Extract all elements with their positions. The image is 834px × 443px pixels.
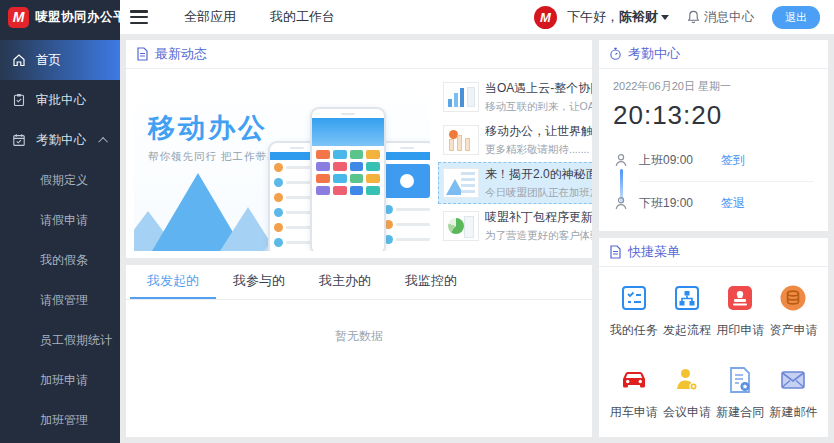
news-item[interactable]: 唛盟补丁包程序更新 为了营造更好的客户体验，唛 <box>438 205 592 247</box>
attendance-body: 2022年06月20日 星期一 20:13:20 上班09:00 签到 下班19… <box>599 69 828 228</box>
checkin-link[interactable]: 签到 <box>721 152 745 169</box>
sidebar-subitem-overtime-manage[interactable]: 加班管理 <box>0 400 120 440</box>
checkout-link[interactable]: 签退 <box>721 195 745 212</box>
tasks-tabs: 我发起的 我参与的 我主办的 我监控的 <box>126 265 592 300</box>
tab-monitored-by-me[interactable]: 我监控的 <box>388 265 474 299</box>
sidebar-item-label: 审批中心 <box>36 92 86 109</box>
sidebar-item-home[interactable]: 首页 <box>0 40 120 80</box>
latest-news-header: 最新动态 <box>126 40 592 69</box>
checkout-label: 下班19:00 <box>639 195 711 212</box>
sidebar-subitem-holiday-def[interactable]: 假期定义 <box>0 160 120 200</box>
app-title: 唛盟协同办公平台 <box>35 9 139 26</box>
quick-item-label: 新建合同 <box>716 404 764 421</box>
quick-menu-grid: 我的任务 发起流程 用印申请 资产申请 <box>599 267 828 437</box>
nav-all-apps[interactable]: 全部应用 <box>184 8 236 26</box>
quick-item-asset-request[interactable]: 资产申请 <box>767 283 820 339</box>
asset-icon <box>778 283 808 313</box>
document-icon <box>136 47 149 61</box>
news-desc: 移动互联的到来，让OA与云 <box>485 100 592 114</box>
stopwatch-icon <box>609 47 622 61</box>
quick-item-new-mail[interactable]: 新建邮件 <box>767 365 820 421</box>
news-desc: 今日唛盟团队正在加班加点， <box>485 186 592 200</box>
quick-item-meeting-request[interactable]: 会议申请 <box>660 365 713 421</box>
tab-initiated-by-me[interactable]: 我发起的 <box>130 265 216 299</box>
username: 陈裕财 <box>619 9 658 24</box>
news-item-selected[interactable]: 来！揭开2.0的神秘面纱~ 今日唛盟团队正在加班加点， <box>438 162 592 204</box>
nav-my-workspace[interactable]: 我的工作台 <box>270 8 335 26</box>
attendance-date: 2022年06月20日 星期一 <box>613 79 814 94</box>
sidebar-subitem-overtime-request[interactable]: 加班申请 <box>0 360 120 400</box>
checkout-row: 下班19:00 签退 <box>613 188 814 218</box>
quick-item-start-flow[interactable]: 发起流程 <box>660 283 713 339</box>
sidebar-item-label: 考勤中心 <box>36 132 86 149</box>
quick-item-vehicle-request[interactable]: 用车申请 <box>607 365 660 421</box>
attendance-header: 考勤中心 <box>599 40 828 69</box>
contract-icon <box>725 365 755 395</box>
mail-icon <box>778 365 808 395</box>
person-icon <box>614 196 628 210</box>
top-header: M 唛盟协同办公平台 全部应用 我的工作台 M 下午好，陈裕财 消息中心 退出 <box>0 0 834 34</box>
tab-hosted-by-me[interactable]: 我主办的 <box>302 265 388 299</box>
news-desc: 为了营造更好的客户体验，唛 <box>485 229 592 243</box>
app-root: M 唛盟协同办公平台 全部应用 我的工作台 M 下午好，陈裕财 消息中心 退出 … <box>0 0 834 443</box>
quick-item-seal-request[interactable]: 用印申请 <box>714 283 767 339</box>
quick-item-label: 资产申请 <box>769 322 817 339</box>
quick-item-label: 新建邮件 <box>769 404 817 421</box>
user-greeting[interactable]: 下午好，陈裕财 <box>567 8 669 26</box>
quick-item-new-contract[interactable]: 新建合同 <box>714 365 767 421</box>
car-icon <box>619 365 649 395</box>
menu-toggle-icon[interactable] <box>130 10 148 24</box>
header-right: M 下午好，陈裕财 消息中心 退出 <box>534 6 834 29</box>
brand-logo-icon: M <box>8 7 29 28</box>
left-column: 最新动态 移动办公 帮你领先同行 把工作带出办公室 <box>126 40 592 437</box>
quick-item-label: 发起流程 <box>663 322 711 339</box>
sidebar-subitem-leave-request[interactable]: 请假申请 <box>0 200 120 240</box>
bell-icon <box>687 10 700 24</box>
sidebar: 首页 审批中心 考勤中心 假期定义 请假申请 我的假条 请假管理 员工假期统计 … <box>0 34 120 443</box>
news-thumbnail <box>443 82 479 112</box>
news-item[interactable]: 移动办公，让世界触手可 更多精彩敬请期待....... <box>438 119 592 161</box>
quick-item-label: 会议申请 <box>663 404 711 421</box>
sidebar-item-attendance[interactable]: 考勤中心 <box>0 120 120 160</box>
news-thumbnail <box>443 168 479 198</box>
user-avatar[interactable]: M <box>534 6 557 29</box>
quick-item-label: 用印申请 <box>716 322 764 339</box>
right-column: 考勤中心 2022年06月20日 星期一 20:13:20 上班09:00 签到 <box>599 40 828 437</box>
sidebar-subitem-my-leave[interactable]: 我的假条 <box>0 240 120 280</box>
calendar-icon <box>12 133 26 147</box>
quick-item-my-tasks[interactable]: 我的任务 <box>607 283 660 339</box>
person-icon <box>614 153 628 167</box>
checkin-row: 上班09:00 签到 <box>613 145 814 175</box>
sidebar-subitem-staff-holiday-stats[interactable]: 员工假期统计 <box>0 320 120 360</box>
panel-title: 考勤中心 <box>628 45 680 63</box>
quick-item-label: 用车申请 <box>610 404 658 421</box>
news-thumbnail <box>443 211 479 241</box>
logout-button[interactable]: 退出 <box>772 6 820 29</box>
chevron-up-icon <box>98 136 108 146</box>
latest-news-panel: 最新动态 移动办公 帮你领先同行 把工作带出办公室 <box>126 40 592 258</box>
sidebar-item-approval[interactable]: 审批中心 <box>0 80 120 120</box>
message-center[interactable]: 消息中心 <box>687 9 754 26</box>
document-icon <box>609 245 622 259</box>
flow-icon <box>672 283 702 313</box>
meeting-icon <box>672 365 702 395</box>
main-area: 最新动态 移动办公 帮你领先同行 把工作带出办公室 <box>120 34 834 443</box>
timeline-divider <box>639 181 814 182</box>
attendance-timeline: 上班09:00 签到 下班19:00 签退 <box>613 145 814 218</box>
news-title: 来！揭开2.0的神秘面纱~ <box>485 166 592 183</box>
empty-state-text: 暂无数据 <box>126 300 592 345</box>
home-icon <box>12 53 26 67</box>
banner-phone-mockup <box>310 107 386 251</box>
sidebar-subitem-leave-manage[interactable]: 请假管理 <box>0 280 120 320</box>
news-list: 当OA遇上云-整个协同OA 移动互联的到来，让OA与云 移动办公，让世界触手可 … <box>438 76 592 251</box>
quick-item-label: 我的任务 <box>610 322 658 339</box>
attendance-panel: 考勤中心 2022年06月20日 星期一 20:13:20 上班09:00 签到 <box>599 40 828 231</box>
promo-banner[interactable]: 移动办公 帮你领先同行 把工作带出办公室 <box>134 76 430 251</box>
news-body: 移动办公 帮你领先同行 把工作带出办公室 <box>126 69 592 258</box>
task-icon <box>619 283 649 313</box>
brand-area: M 唛盟协同办公平台 <box>0 0 120 34</box>
tab-participated[interactable]: 我参与的 <box>216 265 302 299</box>
news-title: 唛盟补丁包程序更新 <box>485 209 592 226</box>
panel-title: 最新动态 <box>155 45 207 63</box>
news-item[interactable]: 当OA遇上云-整个协同OA 移动互联的到来，让OA与云 <box>438 76 592 118</box>
